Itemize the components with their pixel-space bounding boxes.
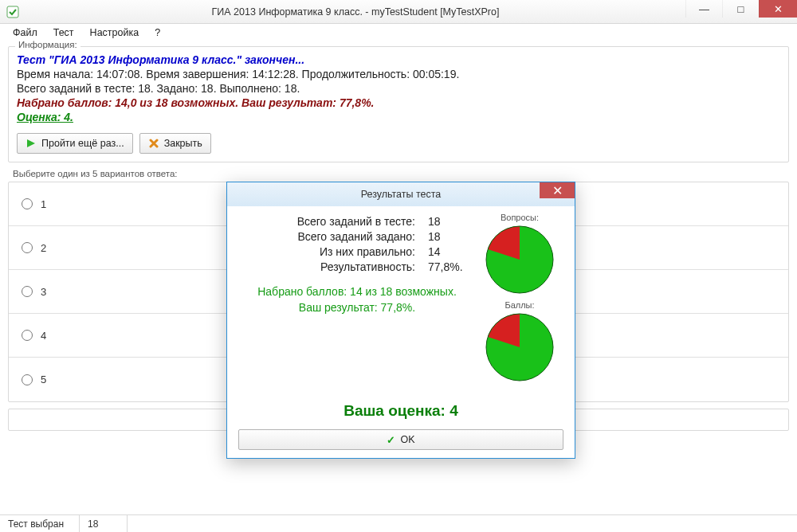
answer-label: 1	[41, 198, 46, 210]
stat-correct-val: 14	[428, 245, 476, 258]
ok-label: OK	[400, 434, 414, 445]
answer-label: 2	[41, 242, 46, 254]
pie-questions	[484, 224, 556, 295]
stat-total-val: 18	[428, 215, 476, 228]
answer-radio-3[interactable]	[22, 286, 33, 297]
summary-line2: Ваш результат: 77,8%.	[238, 300, 476, 316]
menu-file[interactable]: Файл	[6, 25, 44, 40]
close-test-label: Закрыть	[164, 138, 202, 149]
info-panel: Информация: Тест "ГИА 2013 Информатика 9…	[8, 46, 789, 162]
stat-total-label: Всего заданий в тесте:	[264, 215, 415, 228]
stat-asked-label: Всего заданий задано:	[264, 230, 415, 243]
info-toolbar: Пройти ещё раз... Закрыть	[17, 133, 780, 154]
dialog-title: Результаты теста	[227, 189, 575, 200]
window-titlebar: ГИА 2013 Информатика 9 класс. - myTestSt…	[0, 0, 797, 24]
stats-table: Всего заданий в тесте: 18 Всего заданий …	[238, 213, 476, 388]
play-icon	[26, 138, 37, 149]
retry-button[interactable]: Пройти ещё раз...	[17, 133, 133, 154]
maximize-button[interactable]: □	[722, 0, 759, 18]
close-test-button[interactable]: Закрыть	[139, 133, 211, 154]
status-spacer	[128, 515, 797, 532]
summary-line1: Набрано баллов: 14 из 18 возможных.	[238, 284, 476, 300]
pie-questions-label: Вопросы:	[501, 213, 539, 222]
stat-perf-label: Результативность:	[264, 260, 415, 273]
app-icon	[6, 6, 19, 18]
pie-points-label: Баллы:	[505, 300, 534, 310]
dialog-close-button[interactable]: ✕	[540, 182, 575, 198]
retry-label: Пройти ещё раз...	[41, 138, 124, 149]
info-legend: Информация:	[15, 40, 80, 49]
svg-rect-0	[7, 6, 18, 18]
close-button[interactable]: ✕	[759, 0, 797, 18]
dialog-titlebar: Результаты теста ✕	[227, 182, 575, 206]
info-tasks: Всего заданий в тесте: 18. Задано: 18. В…	[17, 82, 780, 95]
info-times: Время начала: 14:07:08. Время завершения…	[17, 68, 780, 80]
answer-label: 4	[41, 330, 46, 342]
check-icon: ✓	[387, 434, 395, 446]
summary-text: Набрано баллов: 14 из 18 возможных. Ваш …	[238, 284, 476, 315]
answer-label: 3	[41, 286, 46, 298]
menu-test[interactable]: Тест	[47, 25, 80, 40]
answer-radio-5[interactable]	[22, 374, 33, 385]
minimize-button[interactable]: ―	[685, 0, 722, 18]
status-count: 18	[80, 515, 128, 532]
info-grade: Оценка: 4.	[17, 111, 780, 123]
answers-legend: Выберите один из 5 вариантов ответа:	[13, 169, 789, 178]
x-icon	[148, 138, 159, 149]
menu-help[interactable]: ?	[148, 25, 167, 40]
menubar: Файл Тест Настройка ?	[0, 24, 797, 41]
stat-correct-label: Из них правильно:	[264, 245, 415, 258]
statusbar: Тест выбран 18	[0, 514, 797, 532]
stat-asked-val: 18	[428, 230, 476, 243]
grade-text: Ваша оценка: 4	[238, 402, 563, 420]
answer-radio-2[interactable]	[22, 242, 33, 253]
answer-radio-4[interactable]	[22, 330, 33, 341]
pie-points	[484, 311, 556, 383]
answer-radio-1[interactable]	[22, 198, 33, 209]
menu-settings[interactable]: Настройка	[84, 25, 146, 40]
window-buttons: ― □ ✕	[685, 0, 797, 23]
results-dialog: Результаты теста ✕ Всего заданий в тесте…	[226, 182, 575, 459]
info-score: Набрано баллов: 14,0 из 18 возможных. Ва…	[17, 96, 780, 109]
status-left: Тест выбран	[0, 515, 80, 532]
ok-button[interactable]: ✓ OK	[238, 429, 563, 450]
window-title: ГИА 2013 Информатика 9 класс. - myTestSt…	[26, 6, 685, 18]
info-test-finished: Тест "ГИА 2013 Информатика 9 класс." зак…	[17, 53, 780, 66]
stat-perf-val: 77,8%.	[428, 260, 476, 273]
answer-label: 5	[41, 374, 46, 385]
